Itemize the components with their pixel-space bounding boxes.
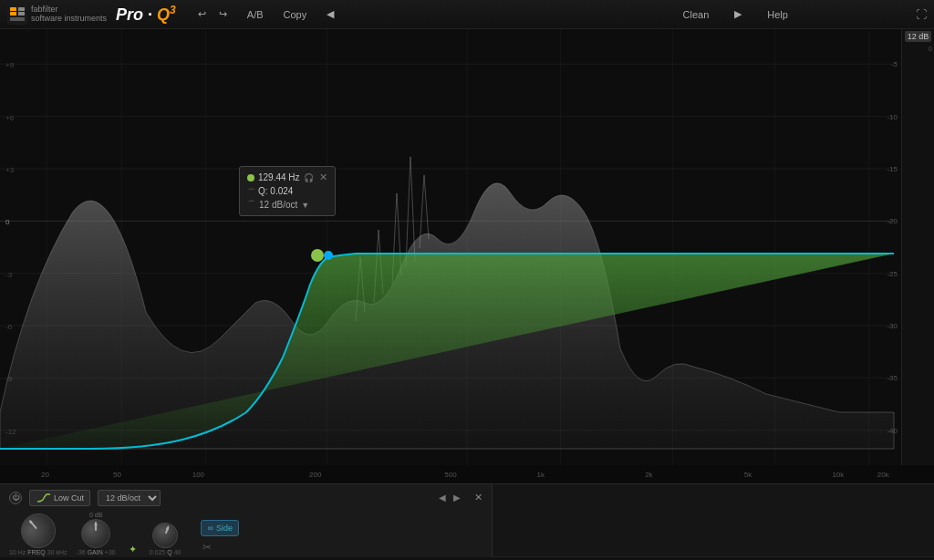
freq-tick-2k: 2k [645, 471, 652, 479]
freq-tick-200: 200 [309, 471, 321, 479]
band-node-side[interactable] [324, 251, 333, 260]
freq-knob-dot [29, 520, 33, 524]
gain-knob[interactable] [81, 519, 110, 548]
popup-slope-label: 12 dB/oct [259, 200, 297, 210]
q-high: 40 [174, 549, 182, 555]
channel-buttons: ∞ Side ✂ [201, 520, 238, 555]
q-range: 0.025 Q 40 [150, 549, 182, 555]
freq-tick-1k: 1k [537, 471, 545, 479]
lowcut-curve-icon [36, 493, 52, 503]
clean-button[interactable]: Clean [680, 7, 713, 22]
band-knobs-row: 10 Hz FREQ 30 kHz 0 dB -36 GAIN +30 [9, 510, 483, 555]
product-name: Pro · Q3 [116, 4, 176, 25]
freq-knob-group: 10 Hz FREQ 30 kHz [9, 513, 67, 555]
slope-selector[interactable]: 12 dB/oct 6 dB/oct 18 dB/oct 24 dB/oct [98, 490, 161, 506]
freq-range: 10 Hz FREQ 30 kHz [9, 549, 67, 555]
header-right: ⛶ [916, 8, 927, 21]
gain-knob-group: 0 dB -36 GAIN +30 [77, 512, 116, 555]
undo-redo-group: ↩ ↪ [194, 6, 231, 22]
band-top-row: Low Cut 12 dB/oct 6 dB/oct 18 dB/oct 24 … [9, 490, 483, 506]
nav-arrows: ◀ ▶ [436, 492, 463, 503]
q-low: 0.025 [150, 549, 166, 555]
band-close-button[interactable]: ✕ [319, 171, 327, 183]
logo-sub: software instruments [31, 15, 107, 24]
product-version: 3 [170, 4, 176, 16]
help-button[interactable]: Help [763, 7, 792, 22]
freq-knob[interactable] [14, 506, 63, 555]
popup-gain-row: ⌒ Q: 0.024 [247, 186, 327, 199]
gain-knob-dot [95, 524, 98, 526]
svg-rect-1 [10, 7, 16, 11]
q-knob-dot [166, 527, 170, 531]
gain-db-label: 0 dB [89, 512, 102, 518]
gain-label: GAIN [88, 549, 103, 555]
q-knob[interactable] [149, 519, 182, 552]
freq-tick-5k: 5k [744, 471, 752, 479]
freq-tick-500: 500 [444, 471, 456, 479]
gain-high: +30 [105, 549, 116, 555]
logo-text-block: fabfilter software instruments [31, 5, 107, 24]
freq-tick-20: 20 [41, 471, 49, 479]
band-power-button[interactable] [9, 492, 22, 504]
band-controls-close[interactable]: ✕ [474, 492, 483, 503]
band-type-label: Low Cut [54, 493, 84, 503]
q-sparkle-icon: ✦ [129, 544, 137, 555]
link-side-label: Side [216, 524, 233, 533]
header: fabfilter software instruments Pro · Q3 … [0, 0, 934, 29]
scissors-button[interactable]: ✂ [201, 539, 238, 555]
freq-high: 30 kHz [47, 549, 67, 555]
band-popup: 129.44 Hz 🎧 ✕ ⌒ Q: 0.024 ⌒ 12 dB/oct ▼ [239, 166, 336, 216]
freq-low: 10 Hz [9, 549, 26, 555]
popup-header: 129.44 Hz 🎧 ✕ [247, 171, 327, 183]
bottom-right [493, 484, 934, 557]
product-pro: Pro [116, 5, 143, 24]
link-icon: ∞ [207, 524, 213, 533]
gain-range: -36 GAIN +30 [77, 549, 116, 555]
nav-prev-button[interactable]: ◀ [436, 492, 449, 503]
popup-slope-row: ⌒ 12 dB/oct ▼ [247, 199, 327, 211]
band-node-main[interactable] [311, 249, 324, 262]
slope-dropdown-arrow[interactable]: ▼ [301, 201, 309, 210]
svg-rect-5 [10, 17, 25, 21]
bottom-panel: Low Cut 12 dB/oct 6 dB/oct 18 dB/oct 24 … [0, 483, 934, 556]
q-knob-group: 0.025 Q 40 [150, 523, 182, 555]
header-center: Clean ▶ Help [555, 6, 916, 22]
q-icon-area: ✦ [129, 544, 137, 555]
logo-area: fabfilter software instruments Pro · Q3 [7, 4, 176, 25]
freq-tick-50: 50 [113, 471, 121, 479]
band-controls: Low Cut 12 dB/oct 6 dB/oct 18 dB/oct 24 … [0, 484, 493, 557]
eq-curve [0, 29, 934, 465]
ab-button[interactable]: A/B [244, 7, 267, 22]
svg-rect-3 [18, 7, 25, 11]
freq-axis: 20 50 100 200 500 1k 2k 5k 10k 20k [0, 465, 901, 483]
headphone-icon[interactable]: 🎧 [304, 173, 314, 182]
speaker-button[interactable]: ◀ [323, 6, 337, 22]
nav-next-button[interactable]: ▶ [451, 492, 463, 503]
maximize-button[interactable]: ⛶ [916, 8, 927, 21]
status-bar: MIDI Learn ▼ Zero Latency Analyzer: Pre+… [0, 556, 934, 560]
band-enable-dot[interactable] [247, 174, 254, 181]
svg-rect-2 [10, 12, 16, 16]
redo-button[interactable]: ↪ [215, 6, 231, 22]
link-side-button[interactable]: ∞ Side [201, 520, 238, 536]
eq-area: +9 +6 +3 0 -3 -6 -9 -12 [0, 29, 934, 465]
freq-tick-100: 100 [192, 471, 204, 479]
q-label: Q [167, 549, 171, 555]
fabfilter-logo-icon [7, 5, 27, 25]
freq-tick-20k: 20k [877, 471, 889, 479]
band-type-button[interactable]: Low Cut [29, 490, 90, 506]
gain-low: -36 [77, 549, 86, 555]
copy-button[interactable]: Copy [280, 7, 311, 22]
header-controls: ↩ ↪ A/B Copy ◀ [194, 6, 555, 22]
play-button[interactable]: ▶ [731, 6, 745, 22]
product-q: Q [157, 5, 170, 24]
undo-button[interactable]: ↩ [194, 6, 210, 22]
popup-gain: Q: 0.024 [258, 186, 293, 196]
svg-rect-4 [18, 12, 25, 16]
freq-label: FREQ [27, 549, 45, 555]
popup-frequency: 129.44 Hz [258, 172, 300, 182]
freq-tick-10k: 10k [832, 471, 844, 479]
